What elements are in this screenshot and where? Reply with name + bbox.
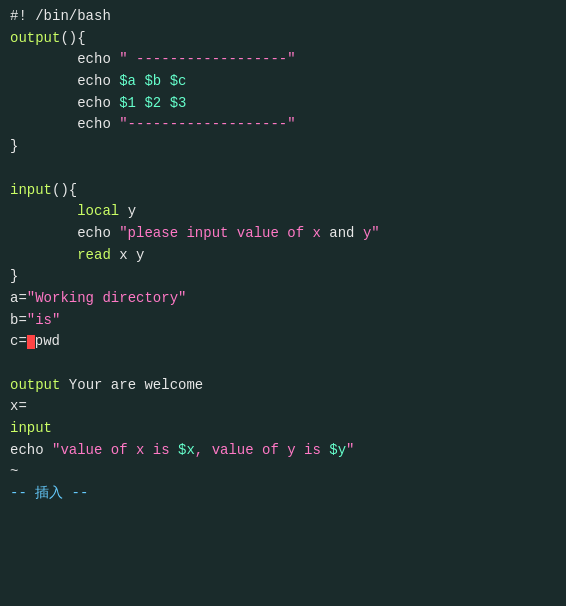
line-output-call: output Your are welcome <box>10 375 556 397</box>
line-read-xy: read x y <box>10 245 556 267</box>
line-echo-123: echo $1 $2 $3 <box>10 93 556 115</box>
line-echo-abc: echo $a $b $c <box>10 71 556 93</box>
code-editor: #! /bin/bash output(){ echo " ----------… <box>0 0 566 606</box>
line-status: -- 插入 -- <box>10 483 556 505</box>
line-b-assign: b="is" <box>10 310 556 332</box>
line-shebang: #! /bin/bash <box>10 6 556 28</box>
line-output-open: output(){ <box>10 28 556 50</box>
line-close2: } <box>10 266 556 288</box>
line-tilde: ~ <box>10 461 556 483</box>
line-x-assign: x= <box>10 396 556 418</box>
line-close1: } <box>10 136 556 158</box>
line-input-open: input(){ <box>10 180 556 202</box>
line-echo-value: echo "value of x is $x, value of y is $y… <box>10 440 556 462</box>
line-empty2 <box>10 353 556 375</box>
line-echo-dashes1: echo " ------------------" <box>10 49 556 71</box>
line-a-assign: a="Working directory" <box>10 288 556 310</box>
line-echo-please: echo "please input value of x and y" <box>10 223 556 245</box>
line-input-call: input <box>10 418 556 440</box>
line-echo-dashes2: echo "-------------------" <box>10 114 556 136</box>
line-c-assign: c=pwd <box>10 331 556 353</box>
line-empty1 <box>10 158 556 180</box>
line-local-y: local y <box>10 201 556 223</box>
